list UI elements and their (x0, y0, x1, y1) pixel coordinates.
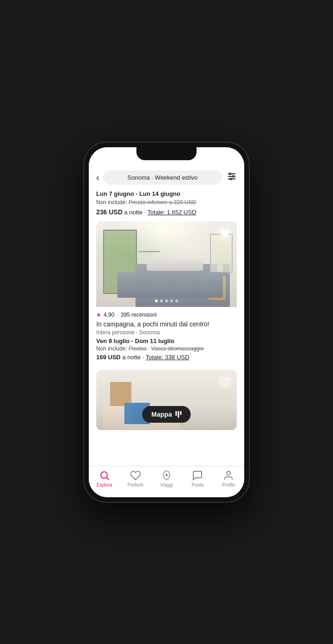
search-pill[interactable]: Sonoma · Weekend estivo (103, 170, 222, 185)
top-price-line: 236 USD a notte · Totale: 1.652 USD (96, 208, 237, 216)
wishlist-button[interactable] (217, 226, 232, 241)
non-include-item-1: Piscina (129, 345, 147, 352)
svg-point-9 (227, 471, 230, 475)
mappa-label: Mappa (151, 411, 172, 418)
top-dates: Lun 7 giugno - Lun 14 giugno (96, 190, 237, 197)
shelf-element (138, 251, 160, 252)
nav-item-esplora[interactable]: Esplora (89, 470, 120, 488)
nav-item-viaggi[interactable]: Viaggi (151, 470, 182, 488)
listing-dates: Ven 9 luglio - Dom 11 luglio (96, 338, 237, 344)
listing-price-suffix: a notte · (122, 354, 145, 361)
heart-outline-icon (220, 377, 229, 387)
non-include-dot: · (148, 345, 151, 352)
phone-frame: ‹ Sonoma · Weekend estivo (83, 142, 250, 503)
dot-2 (160, 300, 163, 302)
listing-non-include: Non include: Piscina · Vasca idromassagg… (96, 345, 237, 352)
svg-point-2 (229, 173, 231, 175)
listing-card[interactable]: ★ 4,90 · 395 recensioni In campagna, a p… (96, 221, 237, 363)
listing-info-top: Lun 7 giugno - Lun 14 giugno Non include… (89, 190, 244, 221)
rating-row: ★ 4,90 · 395 recensioni (96, 312, 237, 318)
rating-separator: · (117, 312, 118, 318)
listing-details: ★ 4,90 · 395 recensioni In campagna, a p… (96, 307, 237, 363)
phone-screen: ‹ Sonoma · Weekend estivo (89, 147, 244, 497)
dot-1 (155, 300, 158, 302)
door-element (103, 230, 137, 294)
skylight (138, 221, 195, 247)
nav-item-profilo[interactable]: Profilo (213, 470, 244, 488)
listing-subtitle: Intera pensione · Sonoma (96, 329, 237, 336)
filter-icon (227, 171, 237, 181)
nav-label-posta: Posta (191, 482, 204, 488)
filter-button[interactable] (222, 169, 237, 186)
listing-type: Intera pensione (96, 329, 135, 336)
bedroom-photo (96, 221, 237, 307)
back-button[interactable]: ‹ (96, 170, 103, 185)
notch (136, 147, 197, 160)
nav-label-profilo: Profilo (222, 482, 235, 488)
scroll-content: Lun 7 giugno - Lun 14 giugno Non include… (89, 190, 244, 466)
listing-image (96, 221, 237, 307)
dot-4 (170, 300, 173, 302)
bar-1 (176, 411, 177, 416)
top-price-suffix: a notte · (124, 209, 147, 216)
nav-label-esplora: Esplora (97, 482, 112, 488)
svg-point-3 (233, 175, 234, 177)
mappa-button[interactable]: Mappa (142, 406, 191, 423)
search-nav-icon (99, 470, 110, 481)
heart-filled-icon (220, 229, 229, 238)
reviews-count: 395 recensioni (121, 312, 157, 318)
chat-nav-icon (192, 470, 203, 481)
profile-nav-icon (223, 470, 234, 481)
star-icon: ★ (96, 312, 101, 318)
non-include-value: Prezzo inferiore a 220 USD (129, 199, 196, 206)
preview-card[interactable]: Mappa (96, 370, 237, 430)
airbnb-nav-icon (161, 470, 172, 481)
listing-location: Sonoma (139, 329, 160, 336)
bed-pillows (147, 257, 203, 271)
rating-value: 4,90 (104, 312, 114, 318)
bottom-nav: Esplora Preferiti Viaggi (89, 466, 244, 497)
top-non-include: Non include: Prezzo inferiore a 220 USD (96, 199, 237, 206)
non-include-prefix: Non include: (96, 345, 127, 352)
svg-line-7 (106, 477, 109, 480)
search-location: Sonoma (128, 174, 150, 181)
nav-item-posta[interactable]: Posta (182, 470, 213, 488)
dot-3 (165, 300, 168, 302)
search-separator: · (152, 174, 155, 181)
preview-wishlist-button[interactable] (217, 375, 232, 389)
top-total[interactable]: Totale: 1.652 USD (148, 209, 197, 216)
mappa-icon (176, 411, 182, 418)
non-include-item-2: Vasca idromassaggio (151, 345, 204, 352)
image-pagination-dots (155, 300, 178, 302)
listing-title: In campagna, a pochi minuti dal centro! (96, 320, 237, 328)
nav-label-preferiti: Preferiti (128, 482, 143, 488)
nav-label-viaggi: Viaggi (160, 482, 173, 488)
top-price-amount: 236 USD (96, 208, 123, 216)
listing-price: 169 USD a notte · Totale: 338 USD (96, 354, 237, 361)
heart-nav-icon (130, 470, 141, 481)
svg-point-8 (166, 474, 168, 476)
listing-price-amount: 169 USD (96, 354, 121, 361)
nav-header: ‹ Sonoma · Weekend estivo (89, 166, 244, 190)
listing-total[interactable]: Totale: 338 USD (146, 354, 190, 361)
svg-point-5 (230, 178, 232, 180)
bar-3 (180, 411, 182, 415)
bedside-table (209, 276, 225, 300)
search-subtitle: Weekend estivo (155, 174, 197, 181)
non-include-label: Non include: (96, 199, 127, 206)
bar-2 (178, 411, 179, 418)
listing-location-separator: · (136, 329, 139, 336)
dot-5 (175, 300, 178, 302)
nav-item-preferiti[interactable]: Preferiti (120, 470, 151, 488)
